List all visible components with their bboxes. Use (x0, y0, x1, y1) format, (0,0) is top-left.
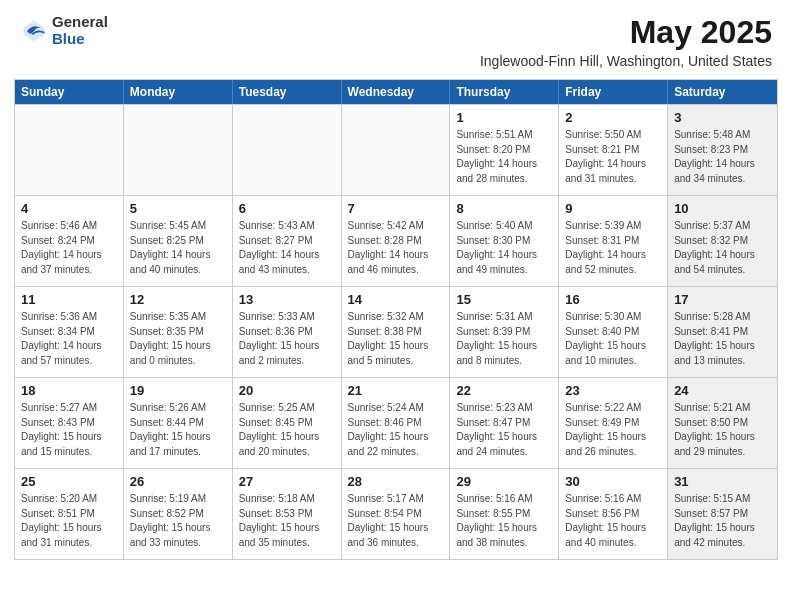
calendar-cell: 11Sunrise: 5:36 AM Sunset: 8:34 PM Dayli… (15, 287, 124, 377)
calendar-row: 25Sunrise: 5:20 AM Sunset: 8:51 PM Dayli… (15, 468, 777, 559)
day-number: 2 (565, 110, 661, 125)
day-number: 20 (239, 383, 335, 398)
calendar-cell: 26Sunrise: 5:19 AM Sunset: 8:52 PM Dayli… (124, 469, 233, 559)
calendar-header-cell: Tuesday (233, 80, 342, 104)
day-detail: Sunrise: 5:31 AM Sunset: 8:39 PM Dayligh… (456, 310, 552, 368)
calendar-cell: 24Sunrise: 5:21 AM Sunset: 8:50 PM Dayli… (668, 378, 777, 468)
day-number: 23 (565, 383, 661, 398)
day-number: 14 (348, 292, 444, 307)
day-number: 25 (21, 474, 117, 489)
day-number: 5 (130, 201, 226, 216)
day-number: 26 (130, 474, 226, 489)
day-detail: Sunrise: 5:50 AM Sunset: 8:21 PM Dayligh… (565, 128, 661, 186)
day-detail: Sunrise: 5:45 AM Sunset: 8:25 PM Dayligh… (130, 219, 226, 277)
calendar-cell: 23Sunrise: 5:22 AM Sunset: 8:49 PM Dayli… (559, 378, 668, 468)
day-detail: Sunrise: 5:30 AM Sunset: 8:40 PM Dayligh… (565, 310, 661, 368)
calendar-body: 1Sunrise: 5:51 AM Sunset: 8:20 PM Daylig… (15, 104, 777, 559)
day-number: 31 (674, 474, 771, 489)
calendar-header-cell: Wednesday (342, 80, 451, 104)
calendar-cell: 18Sunrise: 5:27 AM Sunset: 8:43 PM Dayli… (15, 378, 124, 468)
day-detail: Sunrise: 5:20 AM Sunset: 8:51 PM Dayligh… (21, 492, 117, 550)
logo-text: General Blue (52, 14, 108, 47)
day-detail: Sunrise: 5:26 AM Sunset: 8:44 PM Dayligh… (130, 401, 226, 459)
day-number: 27 (239, 474, 335, 489)
calendar-row: 1Sunrise: 5:51 AM Sunset: 8:20 PM Daylig… (15, 104, 777, 195)
calendar-cell: 6Sunrise: 5:43 AM Sunset: 8:27 PM Daylig… (233, 196, 342, 286)
day-number: 17 (674, 292, 771, 307)
day-detail: Sunrise: 5:42 AM Sunset: 8:28 PM Dayligh… (348, 219, 444, 277)
day-number: 12 (130, 292, 226, 307)
calendar-cell: 31Sunrise: 5:15 AM Sunset: 8:57 PM Dayli… (668, 469, 777, 559)
day-number: 8 (456, 201, 552, 216)
day-number: 10 (674, 201, 771, 216)
day-detail: Sunrise: 5:16 AM Sunset: 8:55 PM Dayligh… (456, 492, 552, 550)
calendar-header-cell: Thursday (450, 80, 559, 104)
logo-general-text: General (52, 14, 108, 31)
calendar-cell: 13Sunrise: 5:33 AM Sunset: 8:36 PM Dayli… (233, 287, 342, 377)
calendar-row: 18Sunrise: 5:27 AM Sunset: 8:43 PM Dayli… (15, 377, 777, 468)
day-number: 21 (348, 383, 444, 398)
calendar-cell: 2Sunrise: 5:50 AM Sunset: 8:21 PM Daylig… (559, 105, 668, 195)
subtitle: Inglewood-Finn Hill, Washington, United … (480, 53, 772, 69)
calendar-header-cell: Friday (559, 80, 668, 104)
day-detail: Sunrise: 5:28 AM Sunset: 8:41 PM Dayligh… (674, 310, 771, 368)
logo-blue-text: Blue (52, 31, 108, 48)
day-detail: Sunrise: 5:35 AM Sunset: 8:35 PM Dayligh… (130, 310, 226, 368)
calendar-row: 11Sunrise: 5:36 AM Sunset: 8:34 PM Dayli… (15, 286, 777, 377)
day-detail: Sunrise: 5:18 AM Sunset: 8:53 PM Dayligh… (239, 492, 335, 550)
calendar-cell (15, 105, 124, 195)
calendar-row: 4Sunrise: 5:46 AM Sunset: 8:24 PM Daylig… (15, 195, 777, 286)
day-detail: Sunrise: 5:46 AM Sunset: 8:24 PM Dayligh… (21, 219, 117, 277)
day-number: 18 (21, 383, 117, 398)
calendar-cell: 19Sunrise: 5:26 AM Sunset: 8:44 PM Dayli… (124, 378, 233, 468)
day-detail: Sunrise: 5:32 AM Sunset: 8:38 PM Dayligh… (348, 310, 444, 368)
calendar-cell: 22Sunrise: 5:23 AM Sunset: 8:47 PM Dayli… (450, 378, 559, 468)
day-number: 11 (21, 292, 117, 307)
calendar-cell: 17Sunrise: 5:28 AM Sunset: 8:41 PM Dayli… (668, 287, 777, 377)
day-number: 16 (565, 292, 661, 307)
logo-icon (20, 17, 48, 45)
calendar-cell: 8Sunrise: 5:40 AM Sunset: 8:30 PM Daylig… (450, 196, 559, 286)
day-detail: Sunrise: 5:36 AM Sunset: 8:34 PM Dayligh… (21, 310, 117, 368)
calendar-cell: 21Sunrise: 5:24 AM Sunset: 8:46 PM Dayli… (342, 378, 451, 468)
day-number: 3 (674, 110, 771, 125)
calendar-header: SundayMondayTuesdayWednesdayThursdayFrid… (15, 80, 777, 104)
calendar-cell: 25Sunrise: 5:20 AM Sunset: 8:51 PM Dayli… (15, 469, 124, 559)
day-detail: Sunrise: 5:51 AM Sunset: 8:20 PM Dayligh… (456, 128, 552, 186)
calendar-cell: 15Sunrise: 5:31 AM Sunset: 8:39 PM Dayli… (450, 287, 559, 377)
calendar-header-cell: Saturday (668, 80, 777, 104)
day-number: 24 (674, 383, 771, 398)
calendar-cell (124, 105, 233, 195)
day-number: 15 (456, 292, 552, 307)
calendar-header-cell: Sunday (15, 80, 124, 104)
logo: General Blue (20, 14, 108, 47)
calendar-header-cell: Monday (124, 80, 233, 104)
calendar-cell: 16Sunrise: 5:30 AM Sunset: 8:40 PM Dayli… (559, 287, 668, 377)
day-number: 19 (130, 383, 226, 398)
calendar-cell: 4Sunrise: 5:46 AM Sunset: 8:24 PM Daylig… (15, 196, 124, 286)
day-detail: Sunrise: 5:21 AM Sunset: 8:50 PM Dayligh… (674, 401, 771, 459)
day-detail: Sunrise: 5:23 AM Sunset: 8:47 PM Dayligh… (456, 401, 552, 459)
calendar-cell: 29Sunrise: 5:16 AM Sunset: 8:55 PM Dayli… (450, 469, 559, 559)
day-detail: Sunrise: 5:16 AM Sunset: 8:56 PM Dayligh… (565, 492, 661, 550)
day-number: 7 (348, 201, 444, 216)
day-detail: Sunrise: 5:33 AM Sunset: 8:36 PM Dayligh… (239, 310, 335, 368)
day-number: 4 (21, 201, 117, 216)
day-detail: Sunrise: 5:22 AM Sunset: 8:49 PM Dayligh… (565, 401, 661, 459)
main-title: May 2025 (480, 14, 772, 51)
calendar-cell: 30Sunrise: 5:16 AM Sunset: 8:56 PM Dayli… (559, 469, 668, 559)
day-detail: Sunrise: 5:17 AM Sunset: 8:54 PM Dayligh… (348, 492, 444, 550)
day-number: 29 (456, 474, 552, 489)
calendar-cell: 28Sunrise: 5:17 AM Sunset: 8:54 PM Dayli… (342, 469, 451, 559)
day-number: 1 (456, 110, 552, 125)
calendar-cell: 9Sunrise: 5:39 AM Sunset: 8:31 PM Daylig… (559, 196, 668, 286)
day-detail: Sunrise: 5:15 AM Sunset: 8:57 PM Dayligh… (674, 492, 771, 550)
calendar-cell: 5Sunrise: 5:45 AM Sunset: 8:25 PM Daylig… (124, 196, 233, 286)
calendar: SundayMondayTuesdayWednesdayThursdayFrid… (14, 79, 778, 560)
day-number: 28 (348, 474, 444, 489)
day-number: 22 (456, 383, 552, 398)
day-detail: Sunrise: 5:27 AM Sunset: 8:43 PM Dayligh… (21, 401, 117, 459)
day-number: 9 (565, 201, 661, 216)
day-detail: Sunrise: 5:43 AM Sunset: 8:27 PM Dayligh… (239, 219, 335, 277)
day-number: 6 (239, 201, 335, 216)
